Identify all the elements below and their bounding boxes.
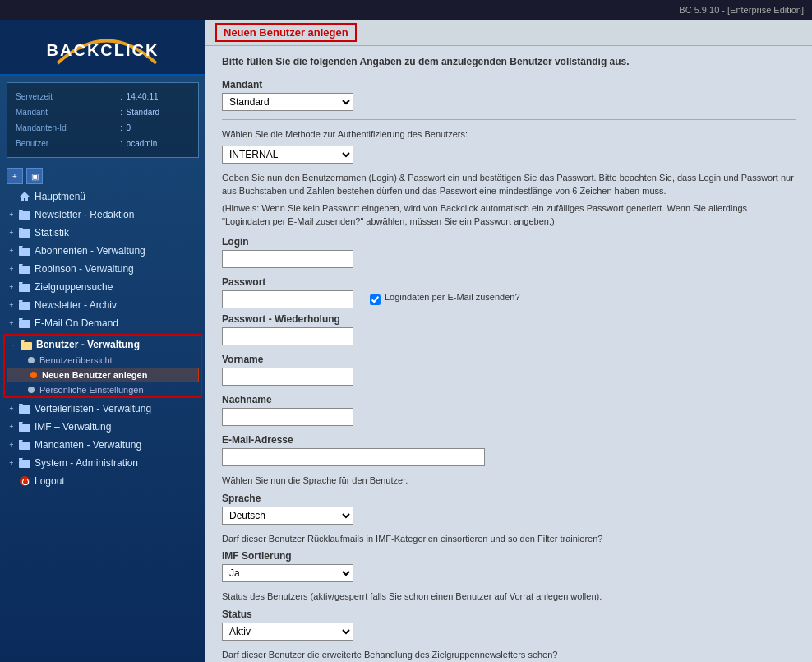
- nav-newsletter-redaktion[interactable]: + Newsletter - Redaktion: [0, 206, 205, 224]
- email-on-demand-label: E-Mail On Demand: [35, 317, 118, 329]
- svg-rect-11: [19, 460, 30, 468]
- page-title: Neuen Benutzer anlegen: [224, 26, 348, 39]
- svg-rect-5: [19, 302, 30, 310]
- expand-icon: [7, 476, 16, 486]
- home-icon: [18, 190, 31, 203]
- expand-icon: [7, 192, 16, 201]
- nav-mandanten-verwaltung[interactable]: + Mandanten - Verwaltung: [0, 436, 205, 454]
- nav-zielgruppensuche[interactable]: + Zielgruppensuche: [0, 278, 205, 296]
- svg-rect-3: [19, 266, 30, 274]
- login-input[interactable]: [222, 250, 353, 268]
- passwort-field-label: Passwort: [222, 276, 353, 288]
- passwort-input[interactable]: [222, 290, 353, 308]
- nav-email-on-demand[interactable]: + E-Mail On Demand: [0, 314, 205, 332]
- expand-icon: +: [7, 282, 16, 292]
- sub-benutzeruebersicht[interactable]: Benutzerübersicht: [5, 354, 201, 367]
- passwort-wdh-input[interactable]: [222, 327, 353, 345]
- folder-icon: [18, 438, 31, 451]
- newsletter-archiv-label: Newsletter - Archiv: [35, 299, 117, 311]
- svg-rect-6: [19, 320, 30, 328]
- mandant-label: Mandant: [16, 105, 118, 119]
- expand-icon: -: [8, 340, 18, 350]
- expand-icon: +: [7, 458, 16, 468]
- newsletter-redaktion-label: Newsletter - Redaktion: [35, 209, 134, 220]
- svg-rect-7: [21, 342, 32, 350]
- status-field-label: Status: [222, 609, 796, 620]
- svg-rect-0: [19, 211, 30, 220]
- folder-icon: [18, 456, 31, 470]
- expand-icon: +: [7, 318, 16, 328]
- nav-benutzer-verwaltung[interactable]: - Benutzer - Verwaltung: [5, 336, 201, 354]
- form-intro: Bitte füllen Sie die folgenden Angaben z…: [222, 56, 796, 67]
- benutzer-colon: :: [120, 137, 124, 150]
- status-intro-text: Status des Benutzers (aktiv/gesperrt fal…: [222, 590, 796, 603]
- nachname-input[interactable]: [222, 408, 353, 426]
- folder-icon: [18, 402, 31, 415]
- nav-newsletter-archiv[interactable]: + Newsletter - Archiv: [0, 296, 205, 314]
- verteilerlisten-verwaltung-label: Verteilerlisten - Verwaltung: [35, 403, 151, 414]
- nav-abonnenten-verwaltung[interactable]: + Abonnenten - Verwaltung: [0, 242, 205, 260]
- sub-dot-icon: [28, 357, 35, 363]
- svg-rect-10: [19, 442, 30, 450]
- nachname-field-label: Nachname: [222, 394, 796, 405]
- expand-icon: +: [7, 210, 16, 220]
- email-input[interactable]: [222, 448, 485, 466]
- mandanten-id-colon: :: [120, 121, 124, 135]
- page-title-box: Neuen Benutzer anlegen: [215, 23, 357, 42]
- folder-icon: [18, 299, 31, 312]
- email-checkbox[interactable]: [370, 294, 381, 305]
- folder-icon: [18, 420, 31, 433]
- mandanten-id-value: 0: [127, 121, 190, 135]
- logout-label: Logout: [35, 475, 65, 487]
- nav-robinson-verwaltung[interactable]: + Robinson - Verwaltung: [0, 260, 205, 278]
- benutzer-verwaltung-label: Benutzer - Verwaltung: [36, 339, 140, 350]
- nav-logout[interactable]: ⏻ Logout: [0, 472, 205, 490]
- collapse-all-button[interactable]: ▣: [26, 168, 43, 184]
- sprache-select[interactable]: Deutsch: [222, 507, 353, 525]
- mandant-select[interactable]: Standard: [222, 93, 353, 111]
- svg-text:⏻: ⏻: [21, 478, 30, 486]
- imf-select[interactable]: Ja: [222, 564, 353, 582]
- system-administration-label: System - Administration: [35, 457, 138, 469]
- statistik-label: Statistik: [35, 227, 69, 238]
- vorname-input[interactable]: [222, 368, 353, 386]
- status-select[interactable]: Aktiv: [222, 623, 353, 641]
- mandanten-id-label: Mandanten-Id: [16, 121, 118, 135]
- folder-icon: [18, 317, 31, 330]
- mandant-value: Standard: [127, 105, 190, 119]
- abonnenten-verwaltung-label: Abonnenten - Verwaltung: [35, 245, 145, 257]
- nav-hauptmenu[interactable]: Hauptmenü: [0, 187, 205, 206]
- neuen-benutzer-anlegen-label: Neuen Benutzer anlegen: [42, 370, 147, 380]
- mandant-field-label: Mandant: [222, 79, 796, 90]
- sub-dot-icon: [28, 387, 35, 393]
- email-checkbox-label: Logindaten per E-Mail zusenden?: [385, 291, 520, 303]
- serverzeit-value: 14:40:11: [127, 90, 190, 104]
- sub-persoenliche-einstellungen[interactable]: Persönliche Einstellungen: [5, 383, 201, 396]
- expand-icon: +: [7, 422, 16, 432]
- auth-method-select[interactable]: INTERNAL: [222, 146, 353, 164]
- svg-rect-8: [19, 405, 30, 414]
- app-version: BC 5.9.10 - [Enterprise Edition]: [679, 5, 804, 15]
- expand-all-button[interactable]: +: [7, 168, 23, 184]
- benutzer-label: Benutzer: [16, 137, 118, 150]
- folder-icon: [18, 262, 31, 275]
- expand-icon: +: [7, 264, 16, 274]
- sprache-intro-text: Wählen Sie nun die Sprache für den Benut…: [222, 475, 796, 487]
- mandant-colon: :: [120, 105, 124, 119]
- nav-imf-verwaltung[interactable]: + IMF – Verwaltung: [0, 418, 205, 436]
- password-hint-text: (Hinweis: Wenn Sie kein Passwort eingebe…: [222, 202, 796, 228]
- nav-statistik[interactable]: + Statistik: [0, 224, 205, 242]
- imf-verwaltung-label: IMF – Verwaltung: [35, 421, 111, 433]
- benutzeruebersicht-label: Benutzerübersicht: [39, 355, 113, 365]
- folder-icon: [18, 226, 31, 239]
- password-info-text: Geben Sie nun den Benutzernamen (Login) …: [222, 172, 796, 197]
- serverzeit-colon: :: [120, 90, 124, 104]
- nav-verteilerlisten-verwaltung[interactable]: + Verteilerlisten - Verwaltung: [0, 400, 205, 418]
- sub-dot-active-icon: [30, 372, 37, 378]
- robinson-verwaltung-label: Robinson - Verwaltung: [35, 263, 134, 275]
- imf-field-label: IMF Sortierung: [222, 550, 796, 562]
- nav-system-administration[interactable]: + System - Administration: [0, 454, 205, 472]
- content-body: Bitte füllen Sie die folgenden Angaben z…: [205, 46, 812, 662]
- sub-neuen-benutzer-anlegen[interactable]: Neuen Benutzer anlegen: [7, 368, 199, 382]
- mandanten-verwaltung-label: Mandanten - Verwaltung: [35, 439, 141, 451]
